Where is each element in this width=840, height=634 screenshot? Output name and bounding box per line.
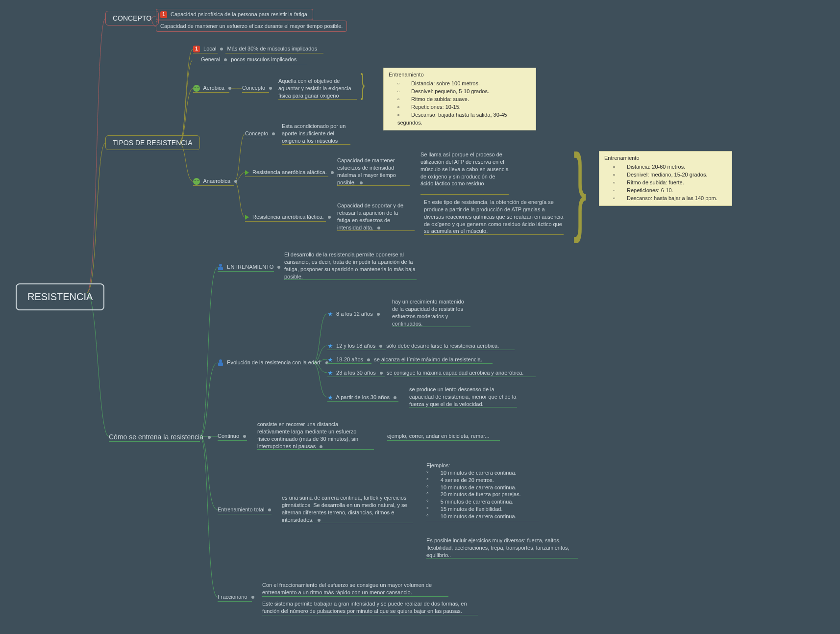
concepto-line1-text: Capacidad psicofísica de la persona para… <box>171 11 309 17</box>
dot-icon <box>328 216 331 219</box>
note-aerobica-entrenamiento[interactable]: Entrenamiento Distancia: sobre 100 metro… <box>383 68 536 130</box>
branch-como[interactable]: Cómo se entrena la resistencia <box>109 432 213 442</box>
dot-icon <box>379 345 382 348</box>
priority-1-icon: 1 <box>193 46 200 52</box>
node-anaerobica[interactable]: Anaerobica <box>193 178 240 185</box>
concepto-line2[interactable]: Capacidad de mantener un esfuerzo eficaz… <box>156 21 347 32</box>
lactica-label: Resistencia aneróbica láctica. <box>252 214 324 220</box>
aerobica-concepto-label: Concepto <box>242 85 265 91</box>
dot-icon <box>360 181 363 184</box>
entrenamiento-text[interactable]: El desarrollo de la resistencia permite … <box>284 251 417 280</box>
continuo-label: Continuo <box>218 433 239 439</box>
dot-icon <box>377 227 380 229</box>
star-icon: ★ <box>327 393 333 402</box>
note1-item: Distancia: sobre 100 metros. <box>397 80 531 88</box>
concepto-label: CONCEPTO <box>113 14 151 22</box>
node-entrenamiento[interactable]: ENTRENAMIENTO <box>218 263 283 271</box>
node-continuo[interactable]: Continuo <box>218 432 248 440</box>
note2-title: Entrenamiento <box>604 154 727 162</box>
tipos-label: TIPOS DE RESISTENCIA <box>113 139 193 147</box>
node-evolucion[interactable]: Evolución de la resistencia con la edad: <box>218 359 331 366</box>
continuo-ej[interactable]: ejemplo, correr, andar en bicicleta, rem… <box>387 432 489 440</box>
dot-icon <box>272 132 275 135</box>
node-total[interactable]: Entrenamiento total <box>218 506 273 513</box>
dot-icon <box>220 48 223 51</box>
anaerobica-concepto-label: Concepto <box>245 130 268 136</box>
evolucion-r1[interactable]: ★ 8 a los 12 años <box>327 310 382 319</box>
evolucion-r2[interactable]: ★ 12 y los 18 años sólo debe desarrollar… <box>327 342 499 351</box>
root-node[interactable]: RESISTENCIA <box>16 283 104 310</box>
node-aerobica-concepto[interactable]: Concepto <box>242 84 274 92</box>
concepto-line2-text: Capacidad de mantener un esfuerzo eficaz… <box>160 23 343 29</box>
alactica-expl[interactable]: Se llama así porque el proceso de utiliz… <box>420 151 509 187</box>
evolucion-r3[interactable]: ★ 18-20 años se alcanza el límite máximo… <box>327 355 482 364</box>
evolucion-r5[interactable]: ★ A partir de los 30 años <box>327 393 399 402</box>
arrow-right-icon <box>245 215 249 220</box>
star-icon: ★ <box>327 342 333 351</box>
como-label: Cómo se entrena la resistencia <box>109 433 203 441</box>
note1-item: Repeticiones: 10-15. <box>397 103 531 111</box>
dot-icon <box>224 58 227 61</box>
sad-icon <box>193 178 200 185</box>
note2-item: Distancia: 20-60 metros. <box>613 163 727 171</box>
note2-item: Repeticiones: 6-10. <box>613 187 727 195</box>
dot-icon <box>331 171 334 174</box>
anaerobica-label: Anaerobica <box>203 178 230 184</box>
dot-icon <box>234 180 237 183</box>
dot-icon <box>228 87 231 90</box>
total-label: Entrenamiento total <box>218 507 264 512</box>
alactica-label: Resistencia aneróbica aláctica. <box>252 169 327 175</box>
node-local[interactable]: 1 Local Más del 30% de músculos implicad… <box>193 45 317 52</box>
lactica-expl[interactable]: En este tipo de resistencia, la obtenció… <box>424 199 564 235</box>
node-aerobica[interactable]: Aerobica <box>193 84 234 92</box>
total-def[interactable]: es una suma de carrera continua, fartlek… <box>282 494 409 523</box>
evolucion-r4[interactable]: ★ 23 a los 30 años se consigue la máxima… <box>327 369 523 378</box>
node-general[interactable]: General pocos musculos implicados <box>201 56 296 63</box>
lactica-def[interactable]: Capacidad de soportar y de retrasar la a… <box>337 202 411 231</box>
arrow-right-icon <box>245 170 249 175</box>
concepto-line1[interactable]: 1 Capacidad psicofísica de la persona pa… <box>156 9 313 20</box>
note1-item: Desnivel: pequeño, 5-10 grados. <box>397 88 531 96</box>
fraccionario-label: Fraccionario <box>218 594 247 600</box>
note1-item: Descanso: bajada hasta la salida, 30-45 … <box>397 111 531 127</box>
person-icon <box>218 359 223 366</box>
note1-item: Ritmo de subida: suave. <box>397 96 531 103</box>
dot-icon <box>320 445 322 448</box>
dot-icon <box>268 508 271 511</box>
aerobica-text[interactable]: Aquella con el objetivo de aguantar y re… <box>278 77 357 100</box>
fraccionario-l1[interactable]: Con el fraccionamiento del esfuerzo se c… <box>262 582 448 596</box>
star-icon: ★ <box>327 310 333 319</box>
aerobica-label: Aerobica <box>203 85 224 91</box>
dot-icon <box>277 266 280 269</box>
note-anaerobica-entrenamiento[interactable]: Entrenamiento Distancia: 20-60 metros. D… <box>599 151 732 206</box>
dot-icon <box>318 519 321 522</box>
evolucion-r5-text[interactable]: se produce un lento descenso de la capac… <box>409 386 517 408</box>
branch-tipos[interactable]: TIPOS DE RESISTENCIA <box>105 135 200 150</box>
general-label: General <box>201 56 220 62</box>
general-text: pocos musculos implicados <box>231 56 296 62</box>
node-alactica[interactable]: Resistencia aneróbica aláctica. <box>245 169 336 176</box>
note1-title: Entrenamiento <box>389 71 531 79</box>
total-extra[interactable]: Es posible incluir ejercicios muy divers… <box>426 537 578 559</box>
dot-icon <box>208 436 211 439</box>
local-text: Más del 30% de músculos implicados <box>227 46 317 51</box>
dot-icon <box>367 358 370 361</box>
note2-item: Descanso: hasta bajar a las 140 ppm. <box>613 195 727 203</box>
node-anaerobica-concepto[interactable]: Concepto <box>245 130 277 137</box>
continuo-def[interactable]: consiste en recorrer una distancia relat… <box>257 421 370 450</box>
total-ejemplos[interactable]: Ejemplos: ° 10 minutos de carrera contin… <box>426 462 539 520</box>
node-fraccionario[interactable]: Fraccionario <box>218 593 257 601</box>
anaerobica-concepto-text[interactable]: Esta acondicionado por un aporte insufic… <box>282 123 350 145</box>
node-lactica[interactable]: Resistencia aneróbica láctica. <box>245 213 333 221</box>
entrenamiento-label: ENTRENAMIENTO <box>227 264 273 270</box>
alactica-def[interactable]: Capacidad de mantener esfuerzos de inten… <box>337 157 406 186</box>
evolucion-r1-text[interactable]: hay un crecimiento mantenido de la capac… <box>392 298 470 327</box>
branch-concepto[interactable]: CONCEPTO <box>105 11 159 25</box>
star-icon: ★ <box>327 355 333 364</box>
note2-item: Desnivel: mediano, 15-20 grados. <box>613 171 727 179</box>
dot-icon <box>377 313 380 316</box>
dot-icon <box>243 435 246 438</box>
dot-icon <box>380 372 383 375</box>
aerobica-concepto-text: Aquella con el objetivo de aguantar y re… <box>278 78 351 99</box>
fraccionario-l2[interactable]: Este sistema permite trabajar a gran int… <box>262 600 478 615</box>
